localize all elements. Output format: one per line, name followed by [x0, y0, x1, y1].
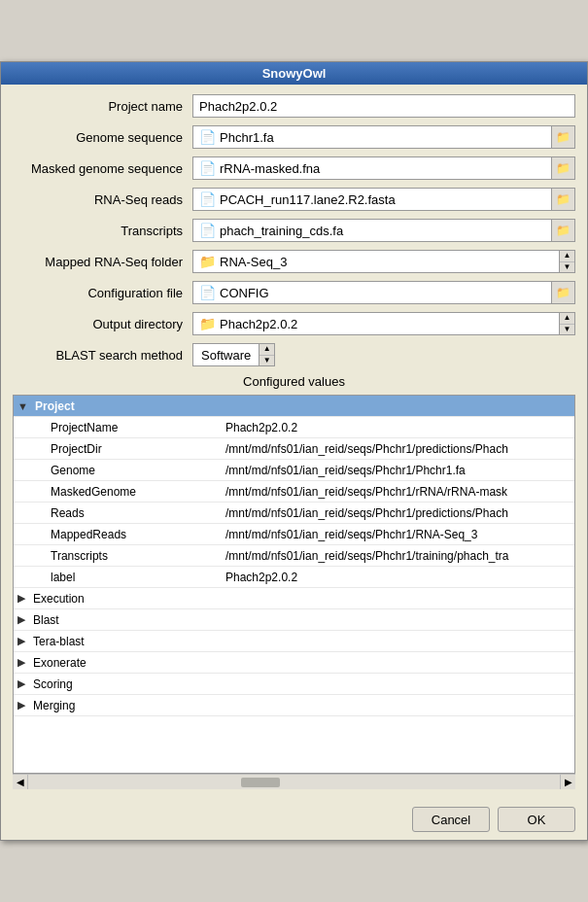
blast-spinner[interactable]: ▲ ▼: [259, 344, 274, 365]
output-dir-label: Output directory: [13, 317, 192, 331]
mapped-folder-icon: 📁: [199, 254, 216, 269]
output-dir-folder-input[interactable]: 📁 Phach2p2.0.2 ▲ ▼: [192, 312, 575, 335]
output-dir-spinner-up[interactable]: ▲: [560, 313, 574, 325]
rnaseq-reads-file-input[interactable]: 📄 PCACH_run117.lane2.R2.fasta 📁: [192, 188, 575, 211]
scroll-right-btn[interactable]: ▶: [560, 775, 575, 789]
rnaseq-file-icon: 📄: [199, 191, 216, 207]
blast-row: BLAST search method Software ▲ ▼: [13, 343, 575, 366]
blast-search-select[interactable]: Software ▲ ▼: [192, 343, 275, 366]
list-item[interactable]: ▶ Tera-blast: [14, 631, 574, 652]
config-file-input[interactable]: 📄 CONFIG 📁: [192, 281, 575, 304]
transcripts-input-wrap: 📄 phach_training_cds.fa 📁: [192, 219, 575, 242]
group-expand-icon[interactable]: ▶: [17, 635, 31, 647]
group-label: Execution: [31, 592, 85, 606]
config-file-icon: 📄: [199, 285, 216, 300]
rnaseq-reads-text: 📄 PCACH_run117.lane2.R2.fasta: [193, 189, 551, 210]
list-item[interactable]: ▶ Blast: [14, 609, 574, 631]
configured-values-title: Configured values: [13, 374, 575, 389]
genome-sequence-file-input[interactable]: 📄 Phchr1.fa 📁: [192, 125, 575, 149]
row-key: Transcripts: [31, 549, 225, 563]
row-key: ProjectDir: [31, 442, 225, 456]
genome-sequence-browse-btn[interactable]: 📁: [551, 126, 574, 148]
tree-scroll-area[interactable]: ▼ Project ▶ ProjectName Phach2p2.0.2 ▶ P…: [14, 396, 574, 773]
genome-sequence-row: Genome sequence 📄 Phchr1.fa 📁: [13, 125, 575, 149]
scroll-left-btn[interactable]: ◀: [13, 775, 28, 789]
row-key: Genome: [31, 464, 225, 477]
project-rows: ▶ ProjectName Phach2p2.0.2 ▶ ProjectDir …: [14, 417, 574, 588]
output-dir-spinner[interactable]: ▲ ▼: [559, 313, 574, 334]
project-name-input[interactable]: Phach2p2.0.2: [192, 94, 575, 118]
table-row: ▶ ProjectName Phach2p2.0.2: [14, 417, 574, 438]
group-label: Tera-blast: [31, 635, 85, 648]
ok-button[interactable]: OK: [498, 807, 575, 832]
row-value: Phach2p2.0.2: [225, 571, 574, 584]
h-scroll-track[interactable]: [28, 775, 560, 789]
blast-spinner-down[interactable]: ▼: [259, 356, 274, 366]
output-folder-icon: 📁: [199, 316, 216, 331]
table-row: ▶ ProjectDir /mnt/md/nfs01/ian_reid/seqs…: [14, 438, 574, 460]
genome-sequence-input-wrap: 📄 Phchr1.fa 📁: [192, 125, 575, 149]
transcripts-row: Transcripts 📄 phach_training_cds.fa 📁: [13, 219, 575, 242]
genome-sequence-label: Genome sequence: [13, 130, 192, 145]
masked-genome-row: Masked genome sequence 📄 rRNA-masked.fna…: [13, 156, 575, 180]
mapped-rnaseq-spinner-up[interactable]: ▲: [560, 251, 574, 262]
config-file-browse-btn[interactable]: 📁: [551, 282, 574, 303]
list-item[interactable]: ▶ Scoring: [14, 674, 574, 695]
group-expand-icon[interactable]: ▶: [17, 656, 31, 669]
masked-genome-input-wrap: 📄 rRNA-masked.fna 📁: [192, 156, 575, 180]
mapped-rnaseq-folder-input[interactable]: 📁 RNA-Seq_3 ▲ ▼: [192, 250, 575, 273]
masked-genome-browse-btn[interactable]: 📁: [551, 157, 574, 179]
transcripts-browse-btn[interactable]: 📁: [551, 220, 574, 241]
row-value: /mnt/md/nfs01/ian_reid/seqs/Phchr1/Phchr…: [225, 464, 574, 477]
window-title: SnowyOwl: [262, 66, 327, 81]
table-row: ▶ MappedReads /mnt/md/nfs01/ian_reid/seq…: [14, 524, 574, 545]
blast-search-label: BLAST search method: [13, 348, 192, 363]
transcripts-file-input[interactable]: 📄 phach_training_cds.fa 📁: [192, 219, 575, 242]
project-name-label: Project name: [13, 99, 192, 114]
project-header-key: Project: [31, 399, 225, 413]
h-scroll-thumb[interactable]: [241, 778, 280, 787]
masked-genome-file-input[interactable]: 📄 rRNA-masked.fna 📁: [192, 156, 575, 180]
group-expand-icon[interactable]: ▶: [17, 613, 31, 626]
mapped-rnaseq-spinner[interactable]: ▲ ▼: [559, 251, 574, 272]
project-name-input-wrap: Phach2p2.0.2: [192, 94, 575, 118]
table-row: ▶ Reads /mnt/md/nfs01/ian_reid/seqs/Phch…: [14, 503, 574, 524]
mapped-rnaseq-label: Mapped RNA-Seq folder: [13, 255, 192, 269]
list-item[interactable]: ▶ Exonerate: [14, 652, 574, 674]
mapped-rnaseq-input-wrap: 📁 RNA-Seq_3 ▲ ▼: [192, 250, 575, 273]
group-expand-icon[interactable]: ▶: [17, 699, 31, 711]
tree-container: ▼ Project ▶ ProjectName Phach2p2.0.2 ▶ P…: [13, 395, 575, 774]
group-expand-icon[interactable]: ▶: [17, 592, 31, 605]
group-label: Merging: [31, 699, 75, 712]
mapped-rnaseq-spinner-down[interactable]: ▼: [560, 262, 574, 273]
rnaseq-reads-label: RNA-Seq reads: [13, 192, 192, 207]
output-dir-spinner-down[interactable]: ▼: [560, 325, 574, 335]
bottom-scrollbar[interactable]: ◀ ▶: [13, 774, 575, 789]
table-row: ▶ MaskedGenome /mnt/md/nfs01/ian_reid/se…: [14, 481, 574, 503]
rnaseq-reads-browse-btn[interactable]: 📁: [551, 189, 574, 210]
table-row: ▶ Transcripts /mnt/md/nfs01/ian_reid/seq…: [14, 545, 574, 567]
list-item[interactable]: ▶ Merging: [14, 695, 574, 716]
genome-file-icon: 📄: [199, 129, 216, 145]
config-file-text: 📄 CONFIG: [193, 282, 551, 303]
config-file-input-wrap: 📄 CONFIG 📁: [192, 281, 575, 304]
transcripts-text: 📄 phach_training_cds.fa: [193, 220, 551, 241]
config-file-row: Configuration file 📄 CONFIG 📁: [13, 281, 575, 304]
mapped-rnaseq-row: Mapped RNA-Seq folder 📁 RNA-Seq_3 ▲ ▼: [13, 250, 575, 273]
row-value: /mnt/md/nfs01/ian_reid/seqs/Phchr1/predi…: [225, 442, 574, 456]
list-item[interactable]: ▶ Execution: [14, 588, 574, 609]
masked-file-icon: 📄: [199, 160, 216, 176]
output-dir-row: Output directory 📁 Phach2p2.0.2 ▲ ▼: [13, 312, 575, 335]
group-expand-icon[interactable]: ▶: [17, 677, 31, 690]
row-value: /mnt/md/nfs01/ian_reid/seqs/Phchr1/RNA-S…: [225, 528, 574, 541]
project-collapse-icon[interactable]: ▼: [17, 400, 31, 412]
masked-genome-label: Masked genome sequence: [13, 161, 192, 176]
table-row: ▶ label Phach2p2.0.2: [14, 567, 574, 588]
transcripts-file-icon: 📄: [199, 223, 216, 238]
project-header-row[interactable]: ▼ Project: [14, 396, 574, 417]
row-value: Phach2p2.0.2: [225, 421, 574, 434]
main-window: SnowyOwl Project name Phach2p2.0.2 Genom…: [0, 61, 588, 841]
cancel-button[interactable]: Cancel: [412, 807, 490, 832]
blast-spinner-up[interactable]: ▲: [259, 344, 274, 356]
project-name-row: Project name Phach2p2.0.2: [13, 94, 575, 118]
